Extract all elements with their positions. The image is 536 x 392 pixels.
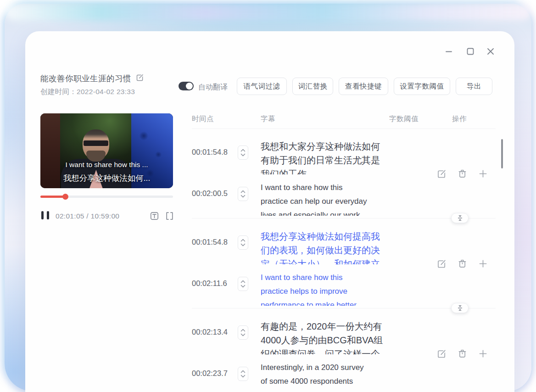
chevron-up-icon <box>240 239 246 242</box>
filler-filter-button[interactable]: 语气词过滤 <box>237 78 287 95</box>
toggle-knob <box>186 83 193 90</box>
add-icon <box>478 169 488 179</box>
block-divider <box>192 218 496 218</box>
subtitle-row-en: 00:02:23.7 Interestingly, in a 2020 surv… <box>192 361 496 392</box>
timestamp[interactable]: 00:01:54.8 <box>192 148 228 157</box>
add-row-button[interactable] <box>478 259 488 269</box>
timestamp[interactable]: 00:01:54.8 <box>192 238 228 246</box>
chevron-up-icon <box>240 149 246 152</box>
project-title: 能改善你职业生涯的习惯 <box>40 73 131 84</box>
app-window: 能改善你职业生涯的习惯 创建时间：2022-04-02 23:33 自动翻译 语… <box>25 31 514 392</box>
char-threshold-button[interactable]: 设置字数阈值 <box>394 78 450 95</box>
chevron-down-icon <box>240 195 246 198</box>
header-divider <box>192 129 496 129</box>
delete-row-button[interactable] <box>458 259 467 269</box>
progress-knob[interactable] <box>62 194 68 200</box>
trash-icon <box>458 259 467 269</box>
close-icon <box>486 47 495 56</box>
time-stepper[interactable] <box>238 367 248 381</box>
video-thumbnail[interactable]: I want to share how this ... 我想分享这种做法如何.… <box>40 113 173 188</box>
edit-icon <box>437 169 447 179</box>
subtitle-text[interactable]: 有趣的是，2020年一份大约有 4000人参与的由BCG和BVA组 织的调查问卷… <box>261 319 393 354</box>
timestamp[interactable]: 00:02:00.5 <box>192 189 228 198</box>
edit-icon <box>437 259 447 269</box>
progress-bar[interactable] <box>40 196 173 198</box>
column-header-time: 时间点 <box>192 114 214 124</box>
minimize-icon <box>445 47 453 56</box>
subtitle-block: 00:01:54.8 我想和大家分享这种做法如何 有助于我们的日常生活尤其是 我… <box>192 137 496 227</box>
column-header-threshold: 字数阈值 <box>389 114 419 124</box>
subtitle-text[interactable]: I want to share how this practice can he… <box>261 181 393 216</box>
time-stepper[interactable] <box>238 277 248 291</box>
video-subtitle-en: I want to share how this ... <box>40 161 173 169</box>
column-header-subtitle: 字幕 <box>261 114 275 124</box>
table-scrollbar[interactable] <box>501 139 503 168</box>
shortcuts-button[interactable]: 查看快捷键 <box>339 78 388 95</box>
trash-icon <box>458 349 467 358</box>
playback-time: 02:01:05 / 10:59:00 <box>56 212 119 220</box>
chevron-down-icon <box>240 153 246 157</box>
block-divider <box>192 308 496 308</box>
add-row-button[interactable] <box>478 349 488 358</box>
fullscreen-button[interactable] <box>165 211 174 221</box>
export-button[interactable]: 导出 <box>456 78 492 95</box>
edit-title-icon[interactable] <box>136 73 144 82</box>
subtitle-box-icon <box>150 211 159 221</box>
subtitle-toggle-button[interactable] <box>150 211 159 221</box>
progress-fill <box>40 196 65 198</box>
subtitle-row-zh: 00:01:54.8 我想分享这种做法如何提高我 们的表现，如何做出更好的决 定… <box>192 230 496 268</box>
time-stepper[interactable] <box>238 187 248 201</box>
edit-icon <box>437 349 447 358</box>
chevron-up-icon <box>240 370 246 373</box>
fullscreen-icon <box>165 211 174 221</box>
timestamp[interactable]: 00:02:23.7 <box>192 369 228 378</box>
subtitle-row-en: 00:02:00.5 I want to share how this prac… <box>192 181 496 219</box>
close-button[interactable] <box>485 46 496 57</box>
maximize-icon <box>466 47 475 56</box>
time-stepper[interactable] <box>238 325 248 340</box>
edit-row-button[interactable] <box>437 259 447 269</box>
add-icon <box>478 349 488 358</box>
subtitle-block: 00:01:54.8 我想分享这种做法如何提高我 们的表现，如何做出更好的决 定… <box>192 227 496 317</box>
merge-icon <box>457 305 463 311</box>
chevron-up-icon <box>240 329 246 332</box>
pause-icon <box>41 211 44 219</box>
auto-translate-toggle[interactable] <box>179 82 194 90</box>
word-replace-button[interactable]: 词汇替换 <box>292 78 333 95</box>
subtitle-text[interactable]: 我想分享这种做法如何提高我 们的表现，如何做出更好的决 定（无论大小），和如何建… <box>261 230 393 264</box>
delete-row-button[interactable] <box>458 349 467 358</box>
timestamp[interactable]: 00:02:11.6 <box>192 279 227 288</box>
delete-row-button[interactable] <box>458 169 467 179</box>
add-row-button[interactable] <box>478 169 488 179</box>
pause-button[interactable] <box>41 211 49 219</box>
subtitle-text[interactable]: 我想和大家分享这种做法如何 有助于我们的日常生活尤其是 我们的工作 <box>261 140 393 174</box>
chevron-up-icon <box>240 280 246 283</box>
column-header-actions: 操作 <box>452 114 467 124</box>
chevron-down-icon <box>240 333 246 336</box>
time-stepper[interactable] <box>238 235 248 250</box>
merge-icon <box>457 215 463 221</box>
created-time: 创建时间：2022-04-02 23:33 <box>40 87 135 97</box>
chevron-down-icon <box>240 285 246 288</box>
chevron-down-icon <box>240 375 246 378</box>
chevron-down-icon <box>240 243 246 246</box>
maximize-button[interactable] <box>465 46 476 57</box>
video-subtitle-zh: 我想分享这种做法如何... <box>40 173 173 184</box>
merge-rows-button[interactable] <box>451 213 469 223</box>
timestamp[interactable]: 00:02:13.4 <box>192 328 228 336</box>
subtitle-block: 00:02:13.4 有趣的是，2020年一份大约有 4000人参与的由BCG和… <box>192 317 496 392</box>
subtitle-row-zh: 00:02:13.4 有趣的是，2020年一份大约有 4000人参与的由BCG和… <box>192 319 496 358</box>
speaker-glasses <box>84 140 108 146</box>
subtitle-text[interactable]: I want to share how this practice helps … <box>261 271 393 306</box>
minimize-button[interactable] <box>443 46 454 57</box>
pause-icon <box>47 211 49 219</box>
edit-row-button[interactable] <box>437 169 447 179</box>
merge-rows-button[interactable] <box>451 303 469 313</box>
subtitle-text[interactable]: Interestingly, in a 2020 survey of some … <box>261 361 393 392</box>
subtitle-row-en: 00:02:11.6 I want to share how this prac… <box>192 271 496 309</box>
chevron-up-icon <box>240 190 246 193</box>
time-stepper[interactable] <box>238 146 248 160</box>
edit-row-button[interactable] <box>437 349 447 358</box>
add-icon <box>478 259 488 269</box>
trash-icon <box>458 169 467 179</box>
